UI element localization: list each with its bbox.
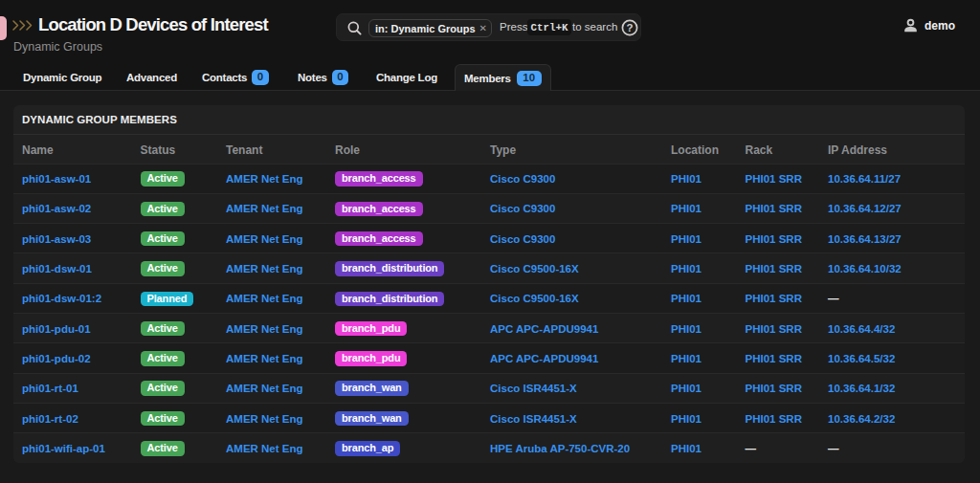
- svg-text:?: ?: [626, 22, 633, 33]
